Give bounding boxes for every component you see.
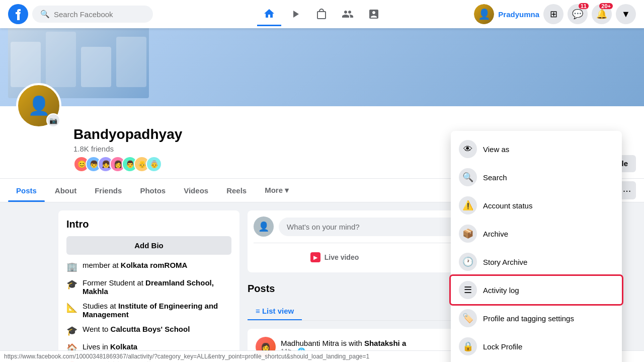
dropdown-story-archive[interactable]: 🕐 Story Archive [451, 248, 622, 276]
add-bio-btn[interactable]: Add Bio [66, 236, 231, 255]
story-archive-icon: 🕐 [459, 253, 477, 271]
dropdown-search-label: Search [483, 173, 507, 182]
navbar: 🔍 👤 Pradyumna ⊞ 💬 11 🔔 2 [0, 0, 644, 28]
username-btn[interactable]: Pradyumna [498, 10, 539, 19]
lock-profile-label: Lock Profile [483, 342, 522, 351]
view-as-label: View as [483, 145, 509, 154]
tab-posts[interactable]: Posts [8, 179, 45, 202]
education-icon: 🎓 [66, 279, 77, 290]
view-as-icon: 👁 [459, 140, 477, 158]
notifications-btn[interactable]: 🔔 20+ [592, 4, 612, 24]
account-status-label: Account status [483, 201, 532, 210]
messenger-btn[interactable]: 💬 11 [568, 4, 588, 24]
list-view-tab[interactable]: ≡ List view [248, 303, 302, 320]
profile-tagging-icon: 🏷️ [459, 309, 477, 327]
archive-icon: 📦 [459, 225, 477, 243]
tab-videos[interactable]: Videos [176, 179, 216, 202]
live-icon: ▶ [310, 252, 320, 262]
marketplace-nav-btn[interactable] [309, 2, 334, 26]
change-photo-btn[interactable]: 📷 [46, 113, 60, 127]
navbar-left: 🔍 [8, 4, 169, 24]
intro-item-school: 🎓 Went to Calcutta Boys' School [66, 325, 231, 336]
intro-item-work: 🏢 member at Kolkata romROMA [66, 261, 231, 272]
facebook-logo-icon[interactable] [8, 4, 28, 24]
tab-reels[interactable]: Reels [218, 179, 255, 202]
school-icon: 🎓 [66, 325, 77, 336]
posts-title: Posts [248, 283, 275, 295]
tab-photos[interactable]: Photos [132, 179, 174, 202]
cover-area: 👤 📷 [0, 28, 644, 106]
dropdown-menu: 👁 View as 🔍 Search ⚠️ Account status 📦 A… [451, 131, 622, 362]
pages-nav-btn[interactable] [362, 2, 386, 26]
tab-about[interactable]: About [47, 179, 85, 202]
friends-count: 1.8K friends [73, 144, 182, 153]
archive-label: Archive [483, 230, 508, 238]
friend-avatar: 👵 [146, 156, 162, 172]
groups-nav-btn[interactable] [336, 2, 360, 26]
messenger-badge: 11 [579, 3, 589, 9]
activity-log-icon: ☰ [459, 281, 477, 299]
dropdown-view-as[interactable]: 👁 View as [451, 135, 622, 163]
account-menu-btn[interactable]: ▼ [616, 4, 636, 24]
post-user-name: Madhubanti Mitra is with Shatakshi a [281, 339, 406, 347]
account-status-icon: ⚠️ [459, 196, 477, 214]
work-icon: 🏢 [66, 261, 77, 272]
friend-avatars: 😊 👦 👧 👩 👨 👴 👵 [73, 156, 182, 172]
post-box-avatar: 👤 [254, 216, 274, 237]
profile-tagging-label: Profile and tagging settings [483, 314, 574, 323]
left-column: Intro Add Bio 🏢 member at Kolkata romROM… [58, 210, 239, 362]
story-archive-label: Story Archive [483, 258, 527, 266]
home-nav-btn[interactable] [257, 2, 281, 26]
activity-log-label: Activity log [483, 286, 519, 295]
dropdown-search-icon: 🔍 [459, 168, 477, 186]
profile-name: Bandyopadhyay [73, 126, 182, 142]
grid-apps-btn[interactable]: ⊞ [543, 4, 564, 24]
notifications-badge: 20+ [599, 3, 613, 9]
college-icon: 📐 [66, 302, 77, 313]
dropdown-lock-profile[interactable]: 🔒 Lock Profile [451, 332, 622, 360]
intro-title: Intro [66, 219, 231, 230]
intro-card: Intro Add Bio 🏢 member at Kolkata romROM… [58, 210, 239, 362]
search-box[interactable]: 🔍 [32, 6, 153, 23]
dropdown-profile-tagging[interactable]: 🏷️ Profile and tagging settings [451, 304, 622, 332]
profile-avatar-btn[interactable]: 👤 [474, 4, 494, 24]
intro-item-college: 📐 Studies at Institute of Engineering an… [66, 302, 231, 319]
watch-nav-btn[interactable] [283, 2, 307, 26]
navbar-right: 👤 Pradyumna ⊞ 💬 11 🔔 20+ ▼ [474, 4, 636, 24]
search-input[interactable] [54, 10, 145, 19]
tab-more[interactable]: More ▾ [257, 179, 297, 202]
dropdown-archive[interactable]: 📦 Archive [451, 220, 622, 248]
dropdown-account-status[interactable]: ⚠️ Account status [451, 191, 622, 220]
profile-pic-wrap: 👤 📷 [16, 83, 61, 128]
intro-item-education: 🎓 Former Student at Dreamland School, Ma… [66, 278, 231, 296]
dropdown-activity-log[interactable]: ☰ Activity log [451, 276, 622, 304]
live-video-btn[interactable]: ▶ Live video [254, 248, 416, 266]
dropdown-search[interactable]: 🔍 Search [451, 163, 622, 191]
tab-friends[interactable]: Friends [87, 179, 130, 202]
status-url: https://www.facebook.com/100003481869367… [4, 353, 369, 360]
search-icon: 🔍 [40, 10, 50, 19]
lock-profile-icon: 🔒 [459, 337, 477, 355]
navbar-center [169, 2, 474, 26]
